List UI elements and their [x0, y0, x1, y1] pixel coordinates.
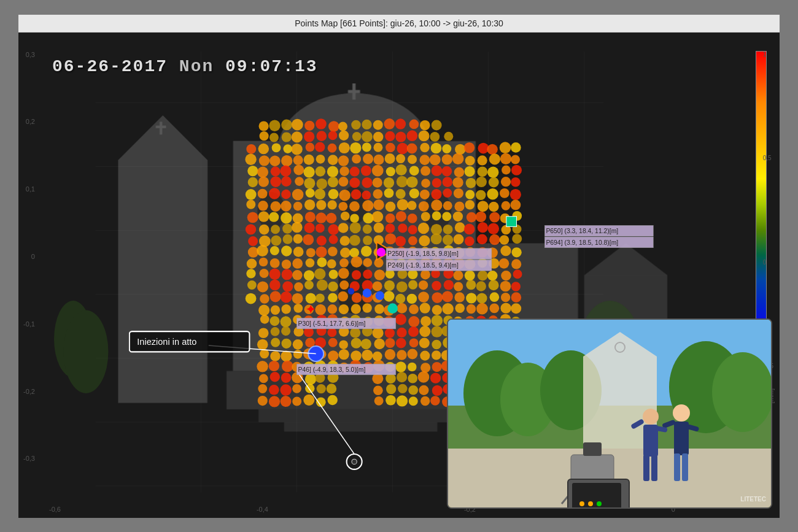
svg-point-511 — [478, 155, 487, 165]
svg-point-201 — [328, 143, 337, 152]
svg-point-453 — [444, 280, 454, 290]
svg-point-412 — [418, 371, 430, 383]
svg-point-348 — [396, 211, 406, 222]
svg-point-404 — [419, 280, 428, 289]
svg-point-129 — [295, 177, 304, 186]
svg-point-368 — [408, 155, 417, 164]
svg-point-335 — [385, 349, 396, 360]
svg-point-269 — [362, 131, 373, 142]
svg-point-271 — [363, 153, 373, 164]
svg-point-522 — [476, 281, 486, 291]
svg-point-284 — [362, 303, 371, 312]
svg-point-171 — [305, 373, 316, 384]
svg-point-231 — [338, 201, 347, 210]
svg-text:Iniezioni in atto: Iniezioni in atto — [137, 336, 196, 346]
svg-point-87 — [269, 268, 280, 279]
svg-point-115 — [281, 304, 291, 314]
svg-point-287 — [361, 338, 371, 349]
svg-point-190 — [315, 304, 326, 315]
svg-point-89 — [270, 291, 281, 302]
svg-point-112 — [282, 269, 293, 280]
svg-point-330 — [384, 291, 395, 302]
svg-point-500 — [466, 293, 476, 303]
svg-point-518 — [477, 234, 487, 244]
svg-point-345 — [397, 175, 408, 187]
svg-point-338 — [386, 384, 396, 393]
svg-point-298 — [372, 211, 383, 222]
svg-point-408 — [419, 326, 430, 337]
svg-point-160 — [306, 248, 316, 257]
svg-point-406 — [420, 303, 430, 313]
svg-point-113 — [282, 281, 293, 291]
svg-point-182 — [316, 212, 327, 223]
svg-point-122 — [280, 384, 292, 396]
svg-marker-13 — [118, 115, 207, 160]
svg-point-234 — [340, 236, 350, 245]
svg-point-213 — [328, 281, 338, 291]
svg-point-111 — [282, 260, 291, 269]
svg-point-512 — [478, 166, 488, 177]
svg-point-108 — [282, 223, 292, 233]
svg-point-275 — [362, 200, 373, 211]
svg-point-226 — [339, 142, 350, 153]
svg-point-354 — [397, 281, 408, 292]
svg-point-631 — [712, 352, 772, 432]
svg-point-244 — [339, 349, 349, 359]
svg-point-130 — [292, 188, 304, 200]
svg-point-535 — [487, 166, 498, 177]
svg-point-589 — [511, 259, 521, 269]
svg-point-433 — [431, 326, 443, 337]
svg-point-247 — [352, 132, 362, 141]
svg-point-565 — [500, 245, 511, 256]
svg-point-85 — [270, 246, 279, 255]
svg-point-138 — [294, 282, 303, 291]
svg-point-607 — [352, 459, 357, 464]
svg-point-366 — [407, 130, 418, 141]
svg-point-38 — [248, 177, 258, 187]
svg-point-84 — [271, 235, 281, 245]
svg-point-515 — [478, 201, 489, 212]
svg-point-558 — [502, 165, 511, 174]
svg-point-185 — [316, 246, 327, 257]
svg-point-121 — [281, 372, 292, 383]
svg-point-117 — [281, 326, 290, 335]
svg-point-445 — [443, 188, 452, 198]
svg-point-564 — [500, 235, 509, 245]
svg-point-290 — [373, 120, 383, 129]
svg-point-102 — [281, 155, 292, 166]
svg-point-560 — [500, 188, 509, 198]
svg-point-181 — [316, 199, 326, 209]
svg-text:P46] (-4.9, 18.3, 5.0)[m]: P46] (-4.9, 18.3, 5.0)[m] — [298, 366, 366, 372]
svg-point-410 — [420, 350, 430, 360]
svg-point-593 — [511, 303, 521, 314]
svg-point-467 — [452, 177, 463, 187]
svg-point-418 — [430, 154, 441, 165]
svg-point-237 — [338, 268, 349, 279]
svg-point-370 — [406, 176, 418, 188]
svg-point-42 — [246, 224, 256, 234]
svg-point-316 — [385, 131, 395, 141]
svg-point-310 — [373, 351, 382, 361]
svg-point-225 — [339, 130, 349, 140]
svg-point-495 — [465, 236, 475, 246]
svg-point-499 — [466, 280, 476, 290]
svg-point-566 — [499, 258, 509, 268]
svg-point-294 — [372, 164, 384, 176]
svg-point-369 — [409, 166, 419, 175]
svg-point-367 — [407, 143, 417, 153]
svg-point-49 — [259, 121, 269, 131]
svg-point-444 — [443, 177, 453, 187]
svg-point-52 — [259, 155, 269, 166]
svg-point-101 — [283, 144, 292, 153]
svg-point-75 — [269, 133, 279, 142]
svg-text:P250] (-1.9, 18.5, 9.8)[m]: P250] (-1.9, 18.5, 9.8)[m] — [387, 250, 459, 257]
svg-point-472 — [454, 234, 464, 244]
svg-point-34 — [64, 310, 109, 393]
svg-point-45 — [247, 258, 257, 269]
svg-point-149 — [304, 120, 314, 130]
svg-point-299 — [374, 222, 384, 233]
svg-point-420 — [432, 178, 441, 187]
svg-point-37 — [247, 166, 258, 176]
svg-point-106 — [281, 201, 292, 212]
svg-point-325 — [385, 233, 396, 244]
